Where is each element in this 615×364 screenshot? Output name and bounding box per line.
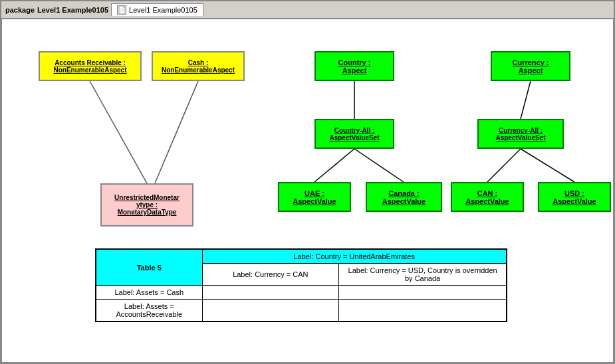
usd-label: USD :AspectValue <box>553 189 596 205</box>
header-currency-can-label: Label: Currency = CAN <box>233 270 308 278</box>
svg-line-5 <box>521 81 531 119</box>
country-all-node: Country-All :AspectValueSet <box>314 119 394 149</box>
uae-label: UAE :AspectValue <box>293 189 336 205</box>
usd-node: USD :AspectValue <box>538 182 611 212</box>
tab[interactable]: 📄 Level1 Example0105 <box>111 3 203 16</box>
tab-label: Level1 Example0105 <box>129 6 197 14</box>
table-title-cell: Table 5 <box>96 249 202 286</box>
can-node: CAN :AspectValue <box>451 182 524 212</box>
header-currency-can-cell: Label: Currency = CAN <box>202 264 339 286</box>
row2-col1-cell <box>202 300 339 322</box>
diagram-area: Accounts Receivable : NonEnumerableAspec… <box>1 19 614 363</box>
country-aspect-label: Country :Aspect <box>338 58 371 74</box>
currency-all-node: Currency-All :AspectValueSet <box>477 119 564 149</box>
row2-label: Label: Assets = AccountsReceivable <box>116 302 182 318</box>
header-country-cell: Label: Country = UnitedArabEmirates <box>202 249 507 264</box>
cash-node: Cash : NonEnumerableAspect <box>152 51 245 81</box>
currency-aspect-node: Currency :Aspect <box>491 51 570 81</box>
currency-aspect-label: Currency :Aspect <box>512 58 549 74</box>
title-bar: package Level1 Example0105 📄 Level1 Exam… <box>1 1 614 19</box>
country-aspect-node: Country :Aspect <box>314 51 394 81</box>
cash-label: Cash : NonEnumerableAspect <box>156 59 241 74</box>
tab-icon: 📄 <box>117 5 126 15</box>
svg-line-0 <box>90 81 147 183</box>
accounts-receivable-label: Accounts Receivable : NonEnumerableAspec… <box>43 59 138 74</box>
country-all-label: Country-All :AspectValueSet <box>329 127 379 141</box>
row2-label-cell: Label: Assets = AccountsReceivable <box>96 300 202 322</box>
svg-line-3 <box>314 149 354 182</box>
header-country-label: Label: Country = UnitedArabEmirates <box>293 252 415 260</box>
row2-col2-cell <box>339 300 507 322</box>
table-title: Table 5 <box>137 264 162 272</box>
svg-line-4 <box>354 149 404 182</box>
svg-line-1 <box>155 81 198 183</box>
svg-line-7 <box>521 149 574 182</box>
row1-col1-cell <box>202 286 339 300</box>
window-title: Level1 Example0105 <box>37 6 108 14</box>
accounts-receivable-node: Accounts Receivable : NonEnumerableAspec… <box>39 51 142 81</box>
uae-node: UAE :AspectValue <box>278 182 351 212</box>
currency-all-label: Currency-All :AspectValueSet <box>495 127 545 141</box>
row1-label: Label: Assets = Cash <box>114 288 184 296</box>
svg-line-6 <box>487 149 521 182</box>
can-label: CAN :AspectValue <box>465 189 509 205</box>
main-window: package Level1 Example0105 📄 Level1 Exam… <box>0 0 615 364</box>
row1-label-cell: Label: Assets = Cash <box>96 286 202 300</box>
canada-node: Canada :AspectValue <box>366 182 442 212</box>
row1-col2-cell <box>339 286 507 300</box>
unrestricted-label: UnrestrictedMonetarytype :MonetaryDataTy… <box>114 194 180 216</box>
package-label: package <box>5 6 35 14</box>
canada-label: Canada :AspectValue <box>382 189 426 205</box>
header-currency-usd-label: Label: Currency = USD, Country is overri… <box>348 266 497 282</box>
info-table: Table 5 Label: Country = UnitedArabEmira… <box>95 248 507 322</box>
unrestricted-node: UnrestrictedMonetarytype :MonetaryDataTy… <box>100 183 193 227</box>
header-currency-usd-cell: Label: Currency = USD, Country is overri… <box>339 264 507 286</box>
